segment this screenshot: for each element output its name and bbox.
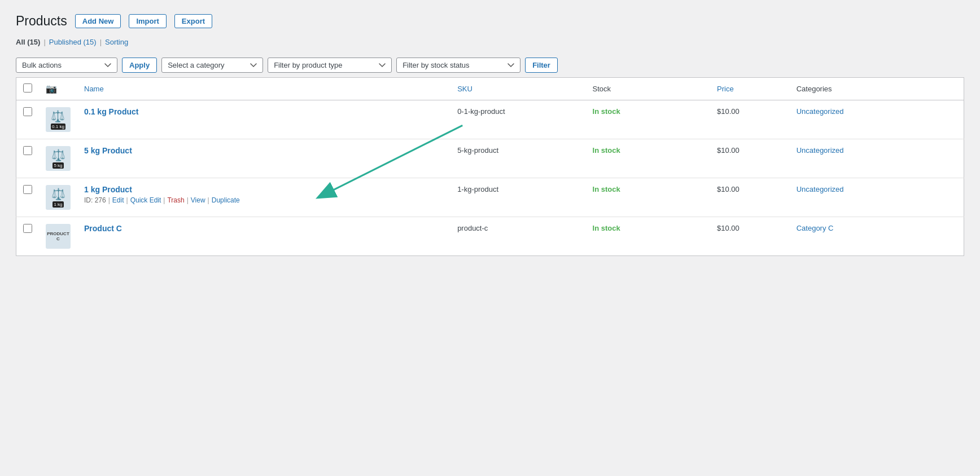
row-sku-cell: 1-kg-product — [450, 178, 585, 217]
products-table: 📷 Name SKU Stock Price Categories ⚖️0.1 … — [16, 77, 964, 256]
name-column-header[interactable]: Name — [77, 78, 450, 100]
table-header-row: 📷 Name SKU Stock Price Categories — [16, 78, 964, 100]
bulk-actions-select[interactable]: Bulk actions — [16, 58, 117, 73]
row-stock-cell: In stock — [586, 178, 711, 217]
row-price-cell: $10.00 — [710, 178, 790, 217]
row-price-cell: $10.00 — [710, 139, 790, 178]
row-name-cell: 0.1 kg Product — [77, 100, 450, 139]
row-checkbox[interactable] — [23, 185, 32, 194]
row-checkbox-cell — [16, 100, 40, 139]
row-sku-cell: product-c — [450, 217, 585, 256]
add-new-button[interactable]: Add New — [75, 14, 121, 28]
row-thumbnail-cell: ⚖️1 kg — [39, 178, 77, 217]
stock-status: In stock — [593, 107, 620, 116]
row-thumbnail-cell: PRODUCT C — [39, 217, 77, 256]
row-name-cell: 1 kg ProductID: 276 | Edit | Quick Edit … — [77, 178, 450, 217]
select-all-header[interactable] — [16, 78, 40, 100]
sku-column-header[interactable]: SKU — [450, 78, 585, 100]
image-column-header: 📷 — [39, 78, 77, 100]
action-duplicate-link[interactable]: Duplicate — [212, 196, 240, 204]
row-thumbnail-cell: ⚖️5 kg — [39, 139, 77, 178]
row-checkbox[interactable] — [23, 146, 32, 155]
table-row: ⚖️5 kg5 kg Product5-kg-productIn stock$1… — [16, 139, 964, 178]
category-link[interactable]: Uncategorized — [797, 146, 844, 155]
toolbar: Bulk actions Apply Select a category Fil… — [16, 53, 964, 77]
row-category-cell: Category C — [790, 217, 964, 256]
action-separator: | — [108, 196, 110, 204]
product-thumbnail: PRODUCT C — [46, 231, 71, 241]
stock-column-header: Stock — [586, 78, 711, 100]
image-column-icon: 📷 — [46, 84, 57, 94]
action-separator: | — [208, 196, 209, 204]
all-filter-link[interactable]: All (15) — [16, 38, 40, 46]
row-checkbox-cell — [16, 139, 40, 178]
row-stock-cell: In stock — [586, 100, 711, 139]
price-column-header[interactable]: Price — [710, 78, 790, 100]
row-stock-cell: In stock — [586, 139, 711, 178]
product-thumbnail: ⚖️0.1 kg — [51, 109, 65, 130]
product-type-filter-select[interactable]: Filter by product type — [268, 58, 392, 73]
row-price-cell: $10.00 — [710, 217, 790, 256]
product-thumbnail: ⚖️1 kg — [51, 187, 65, 208]
product-name-link[interactable]: 5 kg Product — [84, 146, 444, 155]
row-price-cell: $10.00 — [710, 100, 790, 139]
row-sku-cell: 0-1-kg-product — [450, 100, 585, 139]
sep2: | — [100, 38, 102, 46]
stock-status: In stock — [593, 146, 620, 155]
row-id: ID: 276 — [84, 196, 106, 204]
row-checkbox-cell — [16, 217, 40, 256]
table-row: ⚖️0.1 kg0.1 kg Product0-1-kg-productIn s… — [16, 100, 964, 139]
categories-column-header: Categories — [790, 78, 964, 100]
category-link[interactable]: Uncategorized — [797, 107, 844, 116]
products-table-container: 📷 Name SKU Stock Price Categories ⚖️0.1 … — [16, 77, 964, 256]
action-view-link[interactable]: View — [191, 196, 205, 204]
row-checkbox[interactable] — [23, 224, 32, 233]
action-separator: | — [163, 196, 165, 204]
row-name-cell: Product C — [77, 217, 450, 256]
page-title: Products — [16, 14, 67, 29]
row-name-cell: 5 kg Product — [77, 139, 450, 178]
table-row: ⚖️1 kg1 kg ProductID: 276 | Edit | Quick… — [16, 178, 964, 217]
row-sku-cell: 5-kg-product — [450, 139, 585, 178]
row-category-cell: Uncategorized — [790, 178, 964, 217]
row-checkbox[interactable] — [23, 107, 32, 116]
row-thumbnail-cell: ⚖️0.1 kg — [39, 100, 77, 139]
stock-status: In stock — [593, 224, 620, 232]
table-row: PRODUCT CProduct Cproduct-cIn stock$10.0… — [16, 217, 964, 256]
stock-status-filter-select[interactable]: Filter by stock status — [396, 58, 520, 73]
select-all-checkbox[interactable] — [23, 83, 32, 92]
export-button[interactable]: Export — [174, 14, 212, 28]
action-quick-edit-link[interactable]: Quick Edit — [130, 196, 161, 204]
row-category-cell: Uncategorized — [790, 139, 964, 178]
subheader-nav: All (15) | Published (15) | Sorting — [16, 38, 964, 46]
product-thumbnail: ⚖️5 kg — [51, 148, 65, 169]
action-trash-link[interactable]: Trash — [167, 196, 184, 204]
action-edit-link[interactable]: Edit — [112, 196, 124, 204]
product-name-link[interactable]: 0.1 kg Product — [84, 107, 444, 116]
filter-button[interactable]: Filter — [525, 58, 558, 73]
row-stock-cell: In stock — [586, 217, 711, 256]
sorting-link[interactable]: Sorting — [105, 38, 128, 46]
stock-status: In stock — [593, 185, 620, 193]
action-separator: | — [126, 196, 128, 204]
action-separator: | — [187, 196, 189, 204]
product-name-link[interactable]: Product C — [84, 224, 444, 233]
product-name-link[interactable]: 1 kg Product — [84, 185, 444, 194]
import-button[interactable]: Import — [129, 14, 166, 28]
category-filter-select[interactable]: Select a category — [161, 58, 263, 73]
page-header: Products Add New Import Export — [16, 14, 964, 29]
sep1: | — [43, 38, 45, 46]
row-checkbox-cell — [16, 178, 40, 217]
row-category-cell: Uncategorized — [790, 100, 964, 139]
row-actions: ID: 276 | Edit | Quick Edit | Trash | Vi… — [84, 196, 444, 204]
apply-button[interactable]: Apply — [122, 58, 157, 73]
category-link[interactable]: Category C — [797, 224, 834, 232]
category-link[interactable]: Uncategorized — [797, 185, 844, 193]
published-filter-link[interactable]: Published (15) — [49, 38, 97, 46]
